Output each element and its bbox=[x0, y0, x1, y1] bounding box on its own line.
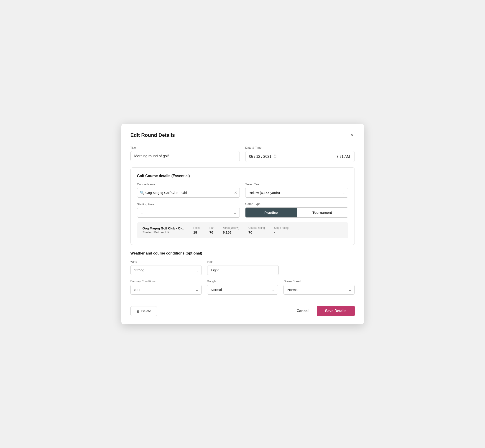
time-part[interactable]: 7:31 AM bbox=[332, 151, 355, 162]
fairway-group: Fairway Conditions Soft ⌄ bbox=[130, 280, 202, 295]
select-tee-input[interactable]: Yellow (6,156 yards) bbox=[245, 188, 348, 198]
game-type-toggle: Practice Tournament bbox=[245, 207, 348, 218]
rough-select[interactable]: Normal bbox=[207, 285, 278, 295]
title-input[interactable] bbox=[130, 151, 240, 161]
rain-select[interactable]: Light bbox=[207, 265, 279, 275]
yards-stat: Yards(Yellow) 6,156 bbox=[223, 226, 239, 234]
fairway-rough-green-row: Fairway Conditions Soft ⌄ Rough Normal ⌄ bbox=[130, 280, 355, 295]
save-button[interactable]: Save Details bbox=[317, 306, 355, 316]
green-speed-label: Green Speed bbox=[283, 280, 355, 283]
green-speed-select-wrap: Normal ⌄ bbox=[283, 285, 355, 295]
course-rating-value: 70 bbox=[248, 230, 265, 234]
select-tee-label: Select Tee bbox=[245, 183, 348, 186]
modal-title: Edit Round Details bbox=[130, 132, 175, 138]
starting-hole-label: Starting Hole bbox=[137, 203, 240, 206]
date-part[interactable]: 05 / 12 / 2021 🗓 bbox=[245, 151, 332, 162]
cancel-button[interactable]: Cancel bbox=[295, 306, 310, 316]
course-info-location: Shelford Bottom, UK bbox=[143, 231, 185, 234]
date-time-label: Date & Time bbox=[245, 146, 355, 149]
course-stats: Holes 18 Par 70 Yards(Yellow) 6,156 Cour… bbox=[193, 226, 342, 234]
course-name-input[interactable] bbox=[137, 188, 240, 198]
select-tee-group: Select Tee Yellow (6,156 yards) ⌄ bbox=[245, 183, 348, 198]
par-label: Par bbox=[210, 226, 214, 230]
date-time-group: Date & Time 05 / 12 / 2021 🗓 7:31 AM bbox=[245, 146, 355, 162]
starting-hole-wrap: 1 ⌄ bbox=[137, 208, 240, 218]
par-stat: Par 70 bbox=[210, 226, 214, 234]
rain-label: Rain bbox=[207, 260, 279, 263]
course-name-label: Course Name bbox=[137, 183, 240, 186]
yards-label: Yards(Yellow) bbox=[223, 226, 239, 230]
title-date-row: Title Date & Time 05 / 12 / 2021 🗓 7:31 … bbox=[130, 146, 355, 162]
par-value: 70 bbox=[210, 230, 214, 234]
holes-value: 18 bbox=[193, 230, 200, 234]
rough-select-wrap: Normal ⌄ bbox=[207, 285, 278, 295]
rain-group: Rain Light ⌄ bbox=[207, 260, 279, 275]
wind-label: Wind bbox=[130, 260, 202, 263]
wind-group: Wind Strong ⌄ bbox=[130, 260, 202, 275]
date-value: 05 / 12 / 2021 bbox=[249, 155, 271, 159]
holes-label: Holes bbox=[193, 226, 200, 230]
course-info-name: Gog Magog Golf Club - Old, Shelford Bott… bbox=[143, 226, 185, 234]
date-time-row: 05 / 12 / 2021 🗓 7:31 AM bbox=[245, 151, 355, 162]
green-speed-select[interactable]: Normal bbox=[283, 285, 355, 295]
search-icon: 🔍 bbox=[140, 191, 144, 195]
trash-icon: 🗑 bbox=[136, 309, 140, 313]
clear-icon[interactable]: ✕ bbox=[234, 191, 237, 195]
rough-label: Rough bbox=[207, 280, 278, 283]
title-label: Title bbox=[130, 146, 240, 149]
golf-section-title: Golf Course details (Essential) bbox=[137, 174, 348, 178]
course-info-name-text: Gog Magog Golf Club - Old, bbox=[143, 226, 185, 230]
slope-rating-label: Slope rating bbox=[274, 226, 289, 230]
weather-section: Weather and course conditions (optional)… bbox=[130, 251, 355, 295]
fairway-select[interactable]: Soft bbox=[130, 285, 202, 295]
calendar-icon: 🗓 bbox=[273, 154, 277, 159]
course-name-row: Course Name 🔍 ✕ Select Tee Yellow (6,156… bbox=[137, 183, 348, 198]
course-name-input-wrap: 🔍 ✕ bbox=[137, 188, 240, 198]
slope-rating-stat: Slope rating - bbox=[274, 226, 289, 234]
course-rating-label: Course rating bbox=[248, 226, 265, 230]
rough-group: Rough Normal ⌄ bbox=[207, 280, 278, 295]
starting-hole-input[interactable]: 1 bbox=[137, 208, 240, 218]
golf-course-section: Golf Course details (Essential) Course N… bbox=[130, 167, 355, 245]
game-type-group: Game Type Practice Tournament bbox=[245, 202, 348, 218]
footer-right: Cancel Save Details bbox=[295, 306, 355, 316]
course-rating-stat: Course rating 70 bbox=[248, 226, 265, 234]
weather-title: Weather and course conditions (optional) bbox=[130, 251, 355, 256]
wind-select[interactable]: Strong bbox=[130, 265, 202, 275]
delete-button[interactable]: 🗑 Delete bbox=[130, 306, 157, 316]
footer-row: 🗑 Delete Cancel Save Details bbox=[130, 301, 355, 316]
tournament-button[interactable]: Tournament bbox=[297, 208, 348, 217]
wind-select-wrap: Strong ⌄ bbox=[130, 265, 202, 275]
practice-button[interactable]: Practice bbox=[245, 208, 297, 217]
close-button[interactable]: × bbox=[350, 132, 355, 139]
starting-hole-game-type-row: Starting Hole 1 ⌄ Game Type Practice Tou… bbox=[137, 202, 348, 218]
game-type-label: Game Type bbox=[245, 202, 348, 206]
fairway-label: Fairway Conditions bbox=[130, 280, 202, 283]
starting-hole-group: Starting Hole 1 ⌄ bbox=[137, 203, 240, 218]
title-group: Title bbox=[130, 146, 240, 162]
yards-value: 6,156 bbox=[223, 230, 239, 234]
rain-select-wrap: Light ⌄ bbox=[207, 265, 279, 275]
holes-stat: Holes 18 bbox=[193, 226, 200, 234]
delete-label: Delete bbox=[141, 309, 151, 313]
course-name-group: Course Name 🔍 ✕ bbox=[137, 183, 240, 198]
fairway-select-wrap: Soft ⌄ bbox=[130, 285, 202, 295]
modal-header: Edit Round Details × bbox=[130, 132, 355, 139]
wind-rain-row: Wind Strong ⌄ Rain Light ⌄ bbox=[130, 260, 355, 275]
course-info-bar: Gog Magog Golf Club - Old, Shelford Bott… bbox=[137, 222, 348, 238]
green-speed-group: Green Speed Normal ⌄ bbox=[283, 280, 355, 295]
edit-round-modal: Edit Round Details × Title Date & Time 0… bbox=[121, 124, 364, 324]
time-value: 7:31 AM bbox=[337, 155, 350, 159]
slope-rating-value: - bbox=[274, 230, 289, 234]
select-tee-wrap: Yellow (6,156 yards) ⌄ bbox=[245, 188, 348, 198]
